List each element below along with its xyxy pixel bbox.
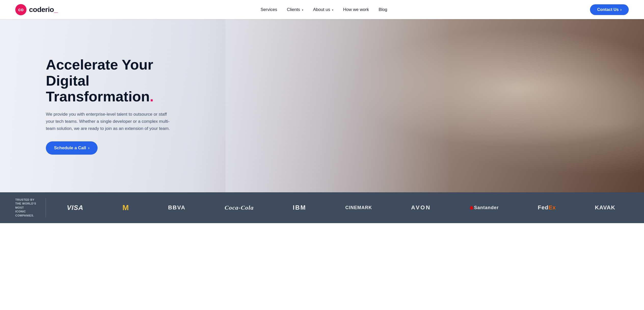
trusted-text-line1: TRUSTED BY THE WORLD'S MOST [15,198,36,209]
visa-logo: VISA [67,204,84,212]
hero-title-line2: Digital Transformation [46,73,150,105]
arrow-icon: › [88,145,90,151]
santander-logo: Santander [470,205,499,210]
arrow-icon: › [620,7,622,12]
cocacola-logo: Coca-Cola [225,204,254,211]
nav-link-blog[interactable]: Blog [379,7,387,12]
nav-link-services[interactable]: Services [261,7,277,12]
schedule-call-label: Schedule a Call [54,145,86,151]
svg-text:co: co [18,7,23,12]
schedule-call-button[interactable]: Schedule a Call › [46,141,98,155]
chevron-down-icon: ▾ [301,8,303,11]
kavak-logo: KAVAK [595,204,615,211]
hero-content: Accelerate Your Digital Transformation. … [41,57,194,155]
logo-text: coderio_ [29,6,58,14]
nav-item-services[interactable]: Services [261,7,277,12]
nav-link-clients[interactable]: Clients ▾ [287,7,303,12]
hero-description: We provide you with enterprise-level tal… [46,111,171,132]
nav-item-how-we-work[interactable]: How we work [343,7,369,12]
hero-title: Accelerate Your Digital Transformation. [46,57,189,105]
nav-item-about[interactable]: About us ▾ [313,7,333,12]
contact-us-label: Contact Us [597,7,619,12]
nav-item-blog[interactable]: Blog [379,7,387,12]
avon-logo: AVON [411,204,431,211]
hero-title-line1: Accelerate Your [46,57,153,73]
nav-item-clients[interactable]: Clients ▾ [287,7,303,12]
santander-flame-icon [470,206,473,210]
contact-us-button[interactable]: Contact Us › [590,4,629,15]
trusted-text: TRUSTED BY THE WORLD'S MOST ICONIC COMPA… [15,198,46,218]
hero-section: Accelerate Your Digital Transformation. … [0,19,644,192]
mcdonalds-logo: M [123,203,129,212]
hero-title-dot: . [150,88,154,104]
navbar: co coderio_ Services Clients ▾ About us … [0,0,644,19]
nav-link-how-we-work[interactable]: How we work [343,7,369,12]
logo-icon: co [15,4,26,15]
logos-row: VISA M BBVA Coca-Cola IBM CINEMARK AVON … [53,203,629,212]
logo[interactable]: co coderio_ [15,4,58,15]
chevron-down-icon: ▾ [331,8,333,11]
trusted-bar: TRUSTED BY THE WORLD'S MOST ICONIC COMPA… [0,192,644,223]
nav-links: Services Clients ▾ About us ▾ How we wor… [261,7,387,12]
ibm-logo: IBM [293,204,306,211]
fedex-logo: FedEx [538,204,556,211]
trusted-text-line2: ICONIC COMPANIES. [15,210,34,217]
cinemark-logo: CINEMARK [345,205,372,210]
nav-link-about[interactable]: About us ▾ [313,7,333,12]
bbva-logo: BBVA [168,204,186,211]
